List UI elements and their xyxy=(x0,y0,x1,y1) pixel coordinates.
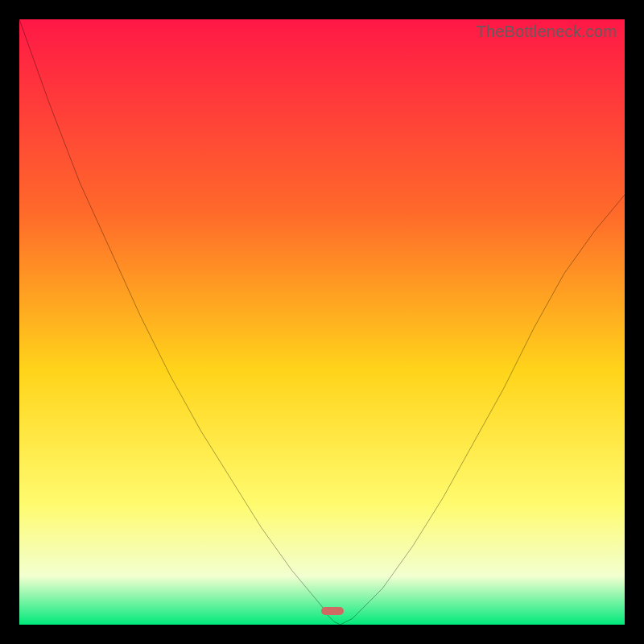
curve-line xyxy=(19,19,625,625)
plot-area: TheBottleneck.com xyxy=(19,19,625,625)
watermark-label: TheBottleneck.com xyxy=(476,23,617,41)
min-marker xyxy=(321,607,344,615)
chart-frame: TheBottleneck.com xyxy=(0,0,644,644)
